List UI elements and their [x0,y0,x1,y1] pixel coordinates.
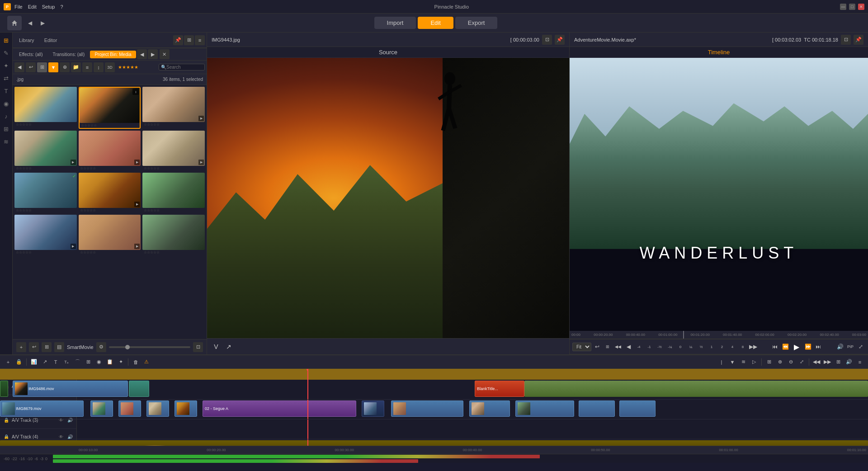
ctrl-speed-neg3[interactable]: -½ [655,342,664,351]
tl-snap[interactable]: ⊞ [764,358,774,367]
tl-lock[interactable]: 🔒 [14,358,24,367]
ctrl-speed-pos1[interactable]: ¼ [686,342,695,351]
tl-audio-mix[interactable]: ⊞ [834,358,843,367]
toolbar-grid-icon[interactable]: ⊞ [37,62,47,72]
import-button[interactable]: Import [374,17,416,29]
clip-small-2[interactable] [118,400,141,417]
sidebar-title-icon[interactable]: T [1,86,11,96]
footer-add-icon[interactable]: + [16,342,26,352]
clip-small-3[interactable] [146,400,169,417]
ctrl-skip-end[interactable]: ⏭ [814,342,823,351]
media-item[interactable]: ✓ ☆☆☆☆☆ [14,173,77,213]
tab-left-arrow[interactable]: ◀ [137,49,147,59]
clip-after-4[interactable] [619,400,656,417]
tl-chapter[interactable]: ≋ [739,358,748,367]
menu-file[interactable]: File [14,4,23,9]
tl-cursor[interactable]: ↗ [40,358,49,367]
source-mark-out[interactable]: ↗ [224,342,233,351]
clip-after-2[interactable] [515,400,574,417]
toolbar-back-icon[interactable]: ◀ [14,62,24,72]
clip-dark-1[interactable] [362,400,384,417]
toolbar-scene-icon[interactable]: ▼ [48,62,58,72]
ctrl-step-back[interactable]: ⏪ [781,342,790,351]
sidebar-edit-icon[interactable]: ✎ [1,48,11,58]
search-input[interactable] [166,65,203,70]
tl-add-track[interactable]: + [4,358,13,367]
sidebar-transition-icon[interactable]: ⇄ [1,73,11,83]
search-box[interactable]: 🔍 [159,64,205,71]
tl-zoom-in[interactable]: ⊕ [775,358,784,367]
waveform-clip[interactable]: feelthiswayinstrumental.m4a [0,440,868,446]
clip-img9486[interactable]: IMG9486.mov [13,381,128,397]
footer-view2-icon[interactable]: ▤ [54,342,64,352]
close-button[interactable]: ✕ [858,4,864,10]
clip-ps[interactable] [391,400,463,417]
clip-img8679[interactable]: IMG8679.mov [0,400,84,417]
tl-text[interactable]: T [51,358,60,367]
media-item[interactable]: i ☆☆☆☆☆ [79,87,141,129]
sidebar-effects-icon[interactable]: ✦ [1,61,11,71]
toolbar-list-icon[interactable]: ≡ [82,62,92,72]
ctrl-pip[interactable]: PiP [846,342,855,351]
tab-library[interactable]: Library [14,36,39,45]
tl-delete[interactable]: 🗑 [131,358,140,367]
ctrl-fullscreen[interactable]: ⤢ [856,342,865,351]
ctrl-1[interactable]: ⊞ [603,342,612,351]
source-expand-icon[interactable]: ⊡ [542,35,552,45]
ctrl-speed-pos2[interactable]: ½ [697,342,706,351]
media-item[interactable]: ▶ ☆☆☆☆☆ [14,215,77,255]
menu-help[interactable]: ? [60,4,63,9]
tl-audio-vol[interactable]: 🔊 [844,358,854,367]
ctrl-volume[interactable]: 🔊 [835,342,844,351]
panel-expand-icon[interactable]: ⊞ [184,35,194,45]
ctrl-speed-neg2[interactable]: -1 [645,342,654,351]
ctrl-skip-start[interactable]: ⏮ [770,342,779,351]
tl-more[interactable]: ≡ [855,358,864,367]
toolbar-sort-icon[interactable]: ↕ [94,62,104,72]
menu-edit[interactable]: Edit [28,4,37,9]
media-item[interactable]: ▶ ☆☆☆☆☆ [79,173,141,213]
footer-undo-icon[interactable]: ↩ [29,342,39,352]
ctrl-step-fwd[interactable]: ⏩ [803,342,812,351]
undo-ctrl[interactable]: ↩ [593,342,602,351]
tl-grid[interactable]: ⊞ [84,358,93,367]
tl-ripple[interactable]: ◉ [94,358,104,367]
tl-fx[interactable]: ✦ [116,358,125,367]
ctrl-speed-neg[interactable]: -4 [634,342,643,351]
tl-clip[interactable]: ⌒ [73,358,82,367]
tl-audio-right[interactable]: ▶▶ [823,358,832,367]
ctrl-speed-pos5[interactable]: 4 [728,342,737,351]
tab-transitions[interactable]: Transitions: (all) [48,50,90,59]
clip-teal-end[interactable] [524,381,868,397]
sidebar-wave-icon[interactable]: ≋ [1,137,11,146]
play-button[interactable]: ▶ [791,341,802,352]
toolbar-undo-icon[interactable]: ↩ [26,62,36,72]
tl-text2[interactable]: Tₐ [62,358,71,367]
fit-select[interactable]: Fit [572,343,591,351]
tl-paste[interactable]: 📋 [105,358,114,367]
home-button[interactable] [7,16,22,30]
menu-setup[interactable]: Setup [42,4,55,9]
media-item[interactable]: ☆☆☆☆☆ [14,87,77,129]
zoom-slider[interactable] [109,346,190,348]
clip-after-1[interactable] [469,400,510,417]
tl-marker[interactable]: ▼ [728,358,737,367]
clip-segue[interactable]: 02 - Segue A [203,400,356,417]
media-item[interactable]: ▶ ☆☆☆☆☆ [142,87,205,129]
media-item[interactable]: ▶ ☆☆☆☆☆ [142,131,205,171]
footer-settings-icon[interactable]: ⚙ [96,342,106,352]
media-item[interactable]: ☆☆☆☆☆ [142,215,205,255]
ctrl-speed-pos4[interactable]: 2 [717,342,726,351]
tab-editor[interactable]: Editor [40,36,62,45]
panel-menu-icon[interactable]: ≡ [195,35,205,45]
tl-audio-left[interactable]: ◀◀ [812,358,821,367]
source-pin-icon[interactable]: 📌 [555,35,565,45]
ctrl-fast-fwd[interactable]: ▶▶ [749,342,758,351]
ctrl-speed-pos6[interactable]: 8 [738,342,747,351]
zoom-slider-thumb[interactable] [125,345,130,349]
tl-warning[interactable]: ⚠ [142,358,151,367]
media-item[interactable]: ▶ ☆☆☆☆☆ [79,215,141,255]
tl-playhead[interactable]: | [717,358,726,367]
clip-small-1[interactable] [90,400,113,417]
clip-transition[interactable] [129,381,149,397]
